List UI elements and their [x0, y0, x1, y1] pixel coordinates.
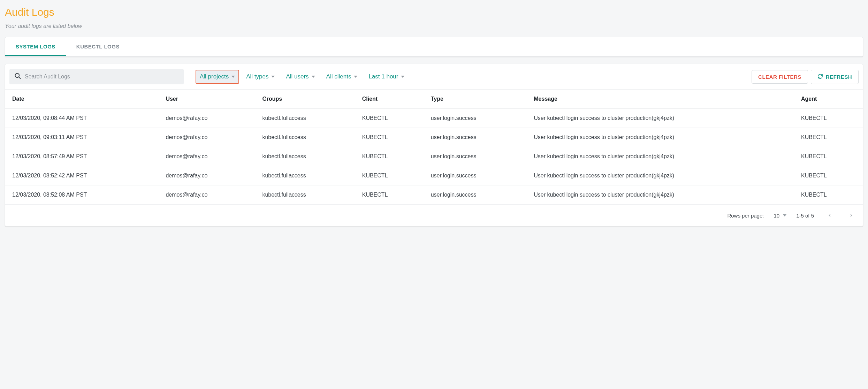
filter-types[interactable]: All types	[242, 70, 279, 84]
cell-type: user.login.success	[424, 109, 527, 128]
cell-client: KUBECTL	[355, 147, 424, 166]
filter-clients-label: All clients	[326, 73, 351, 80]
clear-filters-button[interactable]: CLEAR FILTERS	[752, 70, 808, 84]
page-title: Audit Logs	[5, 6, 863, 18]
col-message[interactable]: Message	[527, 90, 794, 109]
table-row[interactable]: 12/03/2020, 09:08:44 AM PSTdemos@rafay.c…	[5, 109, 863, 128]
cell-groups: kubectl.fullaccess	[255, 185, 355, 205]
toolbar: All projects All types All users All cli…	[5, 64, 863, 89]
cell-user: demos@rafay.co	[159, 166, 255, 185]
col-agent[interactable]: Agent	[794, 90, 863, 109]
table-row[interactable]: 12/03/2020, 08:52:42 AM PSTdemos@rafay.c…	[5, 166, 863, 185]
cell-groups: kubectl.fullaccess	[255, 128, 355, 147]
tabs-card: SYSTEM LOGS KUBECTL LOGS	[5, 37, 863, 57]
filter-users[interactable]: All users	[282, 70, 319, 84]
col-groups[interactable]: Groups	[255, 90, 355, 109]
tab-system-logs[interactable]: SYSTEM LOGS	[5, 37, 66, 56]
content-card: All projects All types All users All cli…	[5, 64, 863, 227]
table-footer: Rows per page: 10 1-5 of 5	[5, 204, 863, 226]
cell-type: user.login.success	[424, 147, 527, 166]
cell-date: 12/03/2020, 08:57:49 AM PST	[5, 147, 159, 166]
table-row[interactable]: 12/03/2020, 09:03:11 AM PSTdemos@rafay.c…	[5, 128, 863, 147]
cell-agent: KUBECTL	[794, 147, 863, 166]
table-row[interactable]: 12/03/2020, 08:52:08 AM PSTdemos@rafay.c…	[5, 185, 863, 205]
chevron-down-icon	[401, 76, 404, 78]
search-icon	[14, 73, 25, 81]
chevron-down-icon	[271, 76, 275, 78]
cell-message: User kubectl login success to cluster pr…	[527, 147, 794, 166]
col-type[interactable]: Type	[424, 90, 527, 109]
filter-projects-label: All projects	[200, 73, 229, 80]
page-subtitle: Your audit logs are listed below	[5, 23, 863, 29]
filter-clients[interactable]: All clients	[322, 70, 362, 84]
cell-agent: KUBECTL	[794, 166, 863, 185]
col-date[interactable]: Date	[5, 90, 159, 109]
cell-client: KUBECTL	[355, 185, 424, 205]
chevron-down-icon	[354, 76, 357, 78]
filter-users-label: All users	[286, 73, 309, 80]
col-client[interactable]: Client	[355, 90, 424, 109]
table-header-row: Date User Groups Client Type Message Age…	[5, 90, 863, 109]
cell-type: user.login.success	[424, 166, 527, 185]
cell-groups: kubectl.fullaccess	[255, 147, 355, 166]
cell-message: User kubectl login success to cluster pr…	[527, 109, 794, 128]
chevron-down-icon	[783, 214, 786, 216]
search-wrap[interactable]	[9, 69, 184, 84]
next-page-button[interactable]	[845, 209, 857, 221]
cell-user: demos@rafay.co	[159, 185, 255, 205]
clear-filters-label: CLEAR FILTERS	[758, 74, 801, 80]
chevron-down-icon	[312, 76, 315, 78]
chevron-down-icon	[231, 76, 235, 78]
cell-message: User kubectl login success to cluster pr…	[527, 128, 794, 147]
cell-agent: KUBECTL	[794, 185, 863, 205]
cell-user: demos@rafay.co	[159, 109, 255, 128]
filter-projects[interactable]: All projects	[196, 70, 239, 84]
tabs: SYSTEM LOGS KUBECTL LOGS	[5, 37, 863, 56]
cell-agent: KUBECTL	[794, 128, 863, 147]
refresh-button[interactable]: REFRESH	[811, 70, 859, 84]
prev-page-button[interactable]	[824, 209, 836, 221]
search-input[interactable]	[25, 74, 179, 80]
cell-date: 12/03/2020, 08:52:08 AM PST	[5, 185, 159, 205]
table-row[interactable]: 12/03/2020, 08:57:49 AM PSTdemos@rafay.c…	[5, 147, 863, 166]
tab-kubectl-logs[interactable]: KUBECTL LOGS	[66, 37, 130, 56]
refresh-label: REFRESH	[826, 74, 852, 80]
cell-client: KUBECTL	[355, 109, 424, 128]
svg-line-1	[19, 77, 21, 79]
filter-types-label: All types	[246, 73, 268, 80]
cell-message: User kubectl login success to cluster pr…	[527, 185, 794, 205]
cell-user: demos@rafay.co	[159, 147, 255, 166]
cell-date: 12/03/2020, 08:52:42 AM PST	[5, 166, 159, 185]
rows-per-page-value: 10	[774, 213, 779, 219]
pagination-range: 1-5 of 5	[796, 213, 814, 219]
cell-groups: kubectl.fullaccess	[255, 109, 355, 128]
filter-time[interactable]: Last 1 hour	[364, 70, 409, 84]
cell-type: user.login.success	[424, 185, 527, 205]
cell-groups: kubectl.fullaccess	[255, 166, 355, 185]
cell-client: KUBECTL	[355, 166, 424, 185]
rows-per-page-select[interactable]: 10	[774, 213, 786, 219]
cell-type: user.login.success	[424, 128, 527, 147]
cell-agent: KUBECTL	[794, 109, 863, 128]
col-user[interactable]: User	[159, 90, 255, 109]
filter-time-label: Last 1 hour	[368, 73, 398, 80]
rows-per-page-label: Rows per page:	[727, 213, 764, 219]
cell-user: demos@rafay.co	[159, 128, 255, 147]
logs-table: Date User Groups Client Type Message Age…	[5, 89, 863, 204]
cell-message: User kubectl login success to cluster pr…	[527, 166, 794, 185]
cell-date: 12/03/2020, 09:08:44 AM PST	[5, 109, 159, 128]
refresh-icon	[817, 74, 823, 80]
cell-date: 12/03/2020, 09:03:11 AM PST	[5, 128, 159, 147]
cell-client: KUBECTL	[355, 128, 424, 147]
